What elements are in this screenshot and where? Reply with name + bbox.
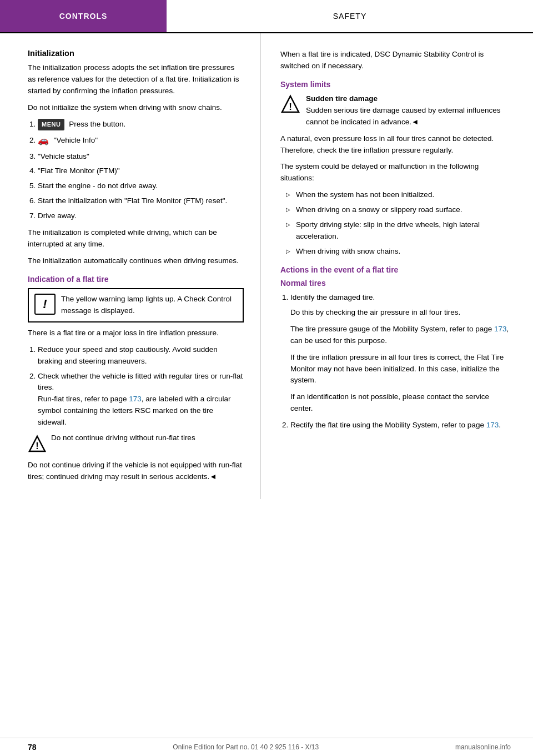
page-number: 78	[28, 743, 37, 752]
init-step-1-text: Press the button.	[69, 120, 125, 128]
actions-step-1-text: Identify the damaged tire.	[290, 293, 375, 301]
exclamation-icon: !	[34, 294, 56, 315]
init-step-2-text: "Vehicle Info"	[54, 136, 98, 144]
actions-steps-list: Identify the damaged tire. Do this by ch…	[290, 292, 511, 431]
system-limits-heading: System limits	[280, 80, 511, 89]
inline-warning-text: Do not continue driving without run-flat…	[51, 434, 195, 442]
warning-box: ! The yellow warning lamp lights up. A C…	[28, 288, 244, 322]
indication-steps-list: Reduce your speed and stop cautiously. A…	[38, 344, 244, 429]
indication-step-2-text: Check whether the vehicle is fitted with…	[38, 372, 243, 392]
actions-step-2: Rectify the flat tire using the Mobility…	[290, 420, 511, 431]
init-step-7: Drive away.	[38, 210, 244, 222]
footer-logo: manualsonline.info	[455, 743, 511, 751]
init-para3: The initialization is completed while dr…	[28, 227, 244, 250]
system-limits-triangle-icon: !	[280, 94, 300, 114]
triangle-svg: !	[28, 435, 47, 453]
init-step-6-text: Start the initialization with "Flat Tire…	[38, 196, 227, 205]
init-step-6: Start the initialization with "Flat Tire…	[38, 195, 244, 207]
actions-step-1-sub1: Do this by checking the air pressure in …	[290, 307, 511, 319]
left-column: Initialization The initialization proces…	[0, 33, 261, 499]
system-limits-item-3: Sporty driving style: slip in the drive …	[286, 219, 511, 243]
mobility-system-link-1[interactable]: 173	[494, 325, 507, 333]
system-limits-para2: The system could be delayed or malfuncti…	[280, 161, 511, 184]
indication-step-2: Check whether the vehicle is fitted with…	[38, 371, 244, 429]
init-step-5-text: Start the engine - do not drive away.	[38, 182, 158, 190]
init-para1: The initialization process adopts the se…	[28, 62, 244, 97]
init-step-4-text: "Flat Tire Monitor (FTM)"	[38, 167, 120, 175]
menu-button-icon: MENU	[38, 119, 64, 130]
init-para4: The initialization automatically continu…	[28, 255, 244, 267]
actions-step-1: Identify the damaged tire. Do this by ch…	[290, 292, 511, 415]
controls-label: CONTROLS	[59, 12, 108, 21]
indication-step-1: Reduce your speed and stop cautiously. A…	[38, 344, 244, 367]
system-limits-warning-heading: Sudden tire damage	[306, 94, 378, 103]
system-limits-para1: A natural, even pressure loss in all fou…	[280, 133, 511, 157]
page-footer: 78 Online Edition for Part no. 01 40 2 9…	[0, 738, 533, 756]
system-limits-warning-body: Sudden serious tire damage caused by ext…	[306, 106, 500, 126]
inline-warning-box: ! Do not continue driving without run-fl…	[28, 434, 244, 455]
indication-step-1-text: Reduce your speed and stop cautiously. A…	[38, 345, 218, 365]
main-content: Initialization The initialization proces…	[0, 33, 533, 499]
triangle-svg-2: !	[280, 94, 300, 114]
footer-center-text: Online Edition for Part no. 01 40 2 925 …	[173, 743, 319, 751]
actions-step-1-sub3: If the tire inflation pressure in all fo…	[290, 352, 511, 387]
actions-step-1-sub2: The tire pressure gauge of the Mobility …	[290, 324, 511, 347]
dsc-para: When a flat tire is indicated, DSC Dynam…	[280, 49, 511, 72]
warning-box-text1: The yellow warning lamp lights up. A Che…	[61, 295, 232, 315]
system-limits-item-2: When driving on a snowy or slippery road…	[286, 204, 511, 216]
run-flat-link[interactable]: 173	[129, 395, 142, 403]
system-limits-item-1: When the system has not been initialized…	[286, 189, 511, 201]
safety-label: SAFETY	[333, 12, 366, 21]
init-steps-list: MENU Press the button. 🚗 "Vehicle Info" …	[38, 119, 244, 222]
right-column: When a flat tire is indicated, DSC Dynam…	[261, 33, 533, 499]
flat-tire-intro: There is a flat tire or a major loss in …	[28, 327, 244, 339]
init-step-5: Start the engine - do not drive away.	[38, 180, 244, 192]
actions-heading: Actions in the event of a flat tire	[280, 265, 511, 274]
system-limits-warning-text: Sudden tire damage Sudden serious tire d…	[306, 93, 511, 128]
indication-heading: Indication of a flat tire	[28, 275, 244, 284]
final-para: Do not continue driving if the vehicle i…	[28, 460, 244, 483]
car-icon: 🚗	[38, 134, 49, 148]
init-step-3-text: "Vehicle status"	[38, 152, 89, 160]
system-limits-list: When the system has not been initialized…	[286, 189, 511, 258]
system-limits-item-4: When driving with snow chains.	[286, 246, 511, 258]
actions-step-2-text: Rectify the flat tire using the Mobility…	[290, 421, 501, 429]
svg-text:!: !	[289, 102, 292, 112]
end-mark-left: ◄	[209, 472, 217, 481]
indication-step-2-sub: Run-flat tires, refer to page 173, are l…	[38, 395, 230, 426]
system-limits-warning: ! Sudden tire damage Sudden serious tire…	[280, 93, 511, 128]
inline-warning-text-container: Do not continue driving without run-flat…	[51, 434, 195, 442]
normal-tires-heading: Normal tires	[280, 279, 511, 288]
init-step-2: 🚗 "Vehicle Info"	[38, 134, 244, 148]
actions-step-1-sub4: If an identification is not possible, pl…	[290, 391, 511, 415]
svg-text:!: !	[36, 441, 38, 451]
warning-box-content: The yellow warning lamp lights up. A Che…	[61, 294, 237, 317]
controls-tab: CONTROLS	[0, 0, 167, 32]
initialization-heading: Initialization	[28, 49, 244, 58]
warning-triangle-icon: !	[28, 435, 47, 455]
init-step-3: "Vehicle status"	[38, 151, 244, 163]
init-para2: Do not initialize the system when drivin…	[28, 102, 244, 114]
mobility-system-link-2[interactable]: 173	[486, 421, 499, 429]
safety-tab: SAFETY	[167, 12, 533, 21]
page-header: CONTROLS SAFETY	[0, 0, 533, 33]
init-step-1: MENU Press the button.	[38, 119, 244, 130]
init-step-7-text: Drive away.	[38, 211, 77, 220]
init-step-4: "Flat Tire Monitor (FTM)"	[38, 165, 244, 177]
